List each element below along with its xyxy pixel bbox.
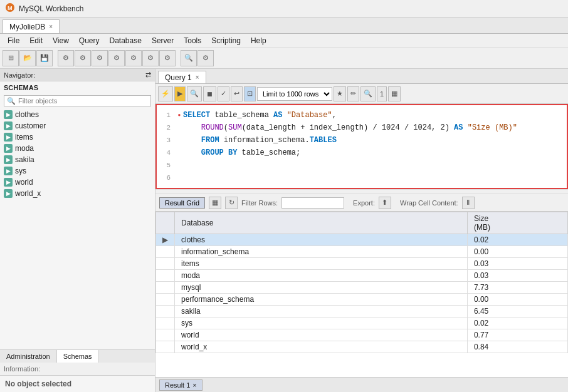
- tb-btn-2a[interactable]: ⚙: [58, 50, 74, 66]
- tab-close-button[interactable]: ×: [49, 23, 53, 30]
- q-btn-lightning[interactable]: ⚡: [158, 86, 173, 101]
- row-size: 0.02: [467, 234, 567, 246]
- main-tab-bar: MyJolieDB ×: [0, 18, 568, 34]
- limit-select[interactable]: Limit to 1000 rows: [257, 87, 332, 101]
- result-grid-tab[interactable]: Result Grid: [159, 197, 205, 209]
- filter-rows-input[interactable]: [281, 197, 344, 209]
- schema-name-items: items: [15, 133, 33, 142]
- table-row[interactable]: world_x 0.84: [156, 341, 568, 353]
- db-icon-customer: ▶: [4, 121, 13, 130]
- table-row[interactable]: performance_schema 0.00: [156, 294, 568, 306]
- q-btn-stop[interactable]: ⏹: [203, 86, 216, 101]
- table-row[interactable]: information_schema 0.00: [156, 246, 568, 258]
- row-db: world_x: [175, 341, 468, 353]
- result-tab-bottom[interactable]: Result 1 ×: [159, 379, 202, 391]
- col-database[interactable]: Database: [175, 212, 468, 234]
- tb-btn-2c[interactable]: ⚙: [92, 50, 108, 66]
- q-btn-grid[interactable]: ▦: [388, 86, 401, 101]
- query-tab-bar: Query 1 ×: [155, 69, 568, 84]
- result-tab-label: Result 1: [165, 381, 190, 389]
- result-table-wrapper[interactable]: Database Size(MB) ▶ clothes 0.02 informa…: [155, 212, 568, 377]
- q-btn-pencil[interactable]: ✏: [347, 86, 359, 101]
- q-btn-run[interactable]: ▶: [174, 86, 186, 101]
- q-btn-commit[interactable]: ✓: [218, 86, 229, 101]
- col-size[interactable]: Size(MB): [467, 212, 567, 234]
- tb-btn-2e[interactable]: ⚙: [125, 50, 142, 66]
- q-btn-zoom[interactable]: 🔍: [360, 86, 376, 101]
- tb-btn-2d[interactable]: ⚙: [108, 50, 125, 66]
- q-btn-num[interactable]: 1: [377, 86, 387, 101]
- q-btn-search[interactable]: 🔍: [187, 86, 202, 101]
- table-row[interactable]: mysql 7.73: [156, 282, 568, 294]
- row-arrow: [156, 294, 175, 306]
- q-btn-auto-commit[interactable]: ⊡: [244, 86, 256, 101]
- right-panel: Query 1 × ⚡ ▶ 🔍 ⏹ ✓ ↩ ⊡ Limit to 1000 ro…: [155, 69, 568, 392]
- tb-btn-3b[interactable]: ⚙: [197, 50, 214, 66]
- navigator-icon[interactable]: ⇄: [145, 71, 151, 79]
- result-tab-close[interactable]: ×: [192, 381, 196, 389]
- table-row[interactable]: sakila 6.45: [156, 306, 568, 317]
- result-grid-icon[interactable]: ▦: [209, 197, 221, 209]
- query-tab-close[interactable]: ×: [196, 74, 199, 81]
- col-arrow: [156, 212, 175, 234]
- result-table: Database Size(MB) ▶ clothes 0.02 informa…: [155, 212, 568, 353]
- schema-item-clothes[interactable]: ▶ clothes: [0, 109, 155, 120]
- editor-hscroll[interactable]: [155, 189, 568, 194]
- table-row[interactable]: world 0.77: [156, 329, 568, 341]
- row-size: 0.84: [467, 341, 567, 353]
- q-btn-rollback[interactable]: ↩: [231, 86, 243, 101]
- query-tab-label: Query 1: [165, 73, 192, 82]
- menu-server[interactable]: Server: [147, 35, 179, 46]
- schema-item-moda[interactable]: ▶ moda: [0, 143, 155, 154]
- tb-btn-2g[interactable]: ⚙: [159, 50, 176, 66]
- q-btn-star[interactable]: ★: [334, 86, 346, 101]
- row-size: 0.03: [467, 258, 567, 270]
- toolbar-group-1: ⊞ 📂 💾: [3, 50, 53, 66]
- menu-help[interactable]: Help: [246, 35, 271, 46]
- query-tab-1[interactable]: Query 1 ×: [158, 71, 206, 83]
- schema-item-customer[interactable]: ▶ customer: [0, 120, 155, 132]
- export-btn[interactable]: ⬆: [379, 197, 391, 209]
- tb-save-btn[interactable]: 💾: [36, 50, 53, 66]
- sql-line-5: 5: [157, 159, 567, 172]
- menu-tools[interactable]: Tools: [179, 35, 206, 46]
- table-row[interactable]: ▶ clothes 0.02: [156, 234, 568, 246]
- export-label: Export:: [353, 199, 375, 207]
- sql-editor[interactable]: 1 ● SELECT table_schema AS "Database", 2…: [155, 104, 568, 189]
- row-db: clothes: [175, 234, 468, 246]
- table-row[interactable]: moda 0.03: [156, 270, 568, 282]
- info-panel-label: Information:: [0, 363, 155, 376]
- menu-file[interactable]: File: [3, 35, 24, 46]
- schema-item-world[interactable]: ▶ world: [0, 177, 155, 188]
- schema-item-sys[interactable]: ▶ sys: [0, 165, 155, 177]
- schemas-tab[interactable]: Schemas: [57, 350, 99, 363]
- menu-view[interactable]: View: [48, 35, 74, 46]
- filter-icon: 🔍: [7, 97, 16, 105]
- tb-btn-2b[interactable]: ⚙: [75, 50, 91, 66]
- db-icon-sys: ▶: [4, 167, 13, 175]
- result-area: Result Grid ▦ ↻ Filter Rows: Export: ⬆ W…: [155, 194, 568, 377]
- admin-tab[interactable]: Administration: [0, 350, 57, 363]
- menu-database[interactable]: Database: [105, 35, 147, 46]
- menu-edit[interactable]: Edit: [24, 35, 48, 46]
- menu-scripting[interactable]: Scripting: [206, 35, 246, 46]
- menu-query[interactable]: Query: [74, 35, 105, 46]
- tb-open-btn[interactable]: 📂: [19, 50, 36, 66]
- filter-objects-input[interactable]: [4, 95, 151, 106]
- result-refresh-btn[interactable]: ↻: [225, 197, 238, 209]
- schema-item-sakila[interactable]: ▶ sakila: [0, 154, 155, 165]
- schema-item-items[interactable]: ▶ items: [0, 132, 155, 143]
- main-tab[interactable]: MyJolieDB ×: [3, 19, 60, 33]
- filter-box: 🔍: [4, 95, 151, 106]
- row-size: 0.77: [467, 329, 567, 341]
- tb-btn-2f[interactable]: ⚙: [142, 50, 159, 66]
- wrap-btn[interactable]: Ⅱ: [462, 197, 475, 209]
- schema-name-sakila: sakila: [15, 155, 34, 164]
- schema-item-world-x[interactable]: ▶ world_x: [0, 188, 155, 199]
- schema-name-world-x: world_x: [15, 189, 41, 198]
- table-row[interactable]: sys 0.02: [156, 317, 568, 329]
- tb-new-conn-btn[interactable]: ⊞: [3, 50, 19, 66]
- tb-btn-3a[interactable]: 🔍: [181, 50, 197, 66]
- row-size: 6.45: [467, 306, 567, 317]
- table-row[interactable]: items 0.03: [156, 258, 568, 270]
